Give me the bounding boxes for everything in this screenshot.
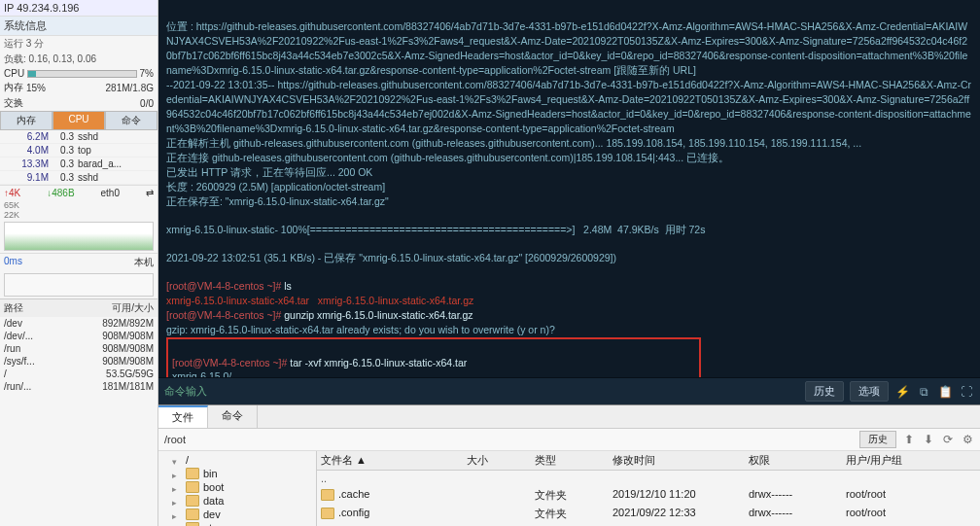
col-perm[interactable]: 权限	[745, 452, 842, 469]
proc-tabs: 内存 CPU 命令	[0, 111, 158, 130]
terminal-output[interactable]: 位置 : https://github-releases.githubuserc…	[158, 0, 980, 377]
folder-tree[interactable]: / bin boot data dev etc	[158, 451, 317, 526]
disk-row: /sys/f...908M/908M	[0, 355, 158, 368]
mem-label: 内存	[4, 81, 23, 94]
history-button[interactable]: 历史	[805, 381, 844, 402]
copy-icon[interactable]: ⧉	[916, 385, 931, 399]
list-row-up[interactable]: ..	[317, 471, 980, 486]
refresh-icon[interactable]: ⟳	[941, 433, 955, 446]
col-name[interactable]: 文件名 ▲	[317, 452, 463, 469]
mem-pct: 15%	[26, 83, 46, 93]
folder-icon	[321, 508, 334, 519]
folder-icon	[186, 508, 199, 520]
proc-row: 6.2M0.3sshd	[0, 130, 158, 144]
tree-node: bin	[158, 467, 316, 480]
upload-icon[interactable]: ⬆	[902, 433, 916, 446]
uptime-text: 运行 3 分	[0, 36, 158, 52]
disk-hdr-size: 可用/大小	[52, 301, 154, 315]
tree-node: boot	[158, 480, 316, 494]
command-input[interactable]: 命令输入	[164, 384, 799, 399]
path-history-button[interactable]: 历史	[859, 431, 896, 448]
cpu-bar	[27, 70, 136, 78]
col-user[interactable]: 用户/用户组	[842, 452, 980, 469]
disk-row: /dev892M/892M	[0, 317, 158, 330]
command-bar: 命令输入 历史 选项 ⚡ ⧉ 📋 ⛶	[158, 377, 980, 404]
tab-cpu[interactable]: CPU	[52, 111, 105, 130]
list-header[interactable]: 文件名 ▲ 大小 类型 修改时间 权限 用户/用户组	[317, 451, 980, 471]
col-type[interactable]: 类型	[531, 452, 609, 469]
traffic-sparkline	[4, 222, 154, 251]
col-time[interactable]: 修改时间	[609, 452, 745, 469]
load-text: 负载: 0.16, 0.13, 0.06	[0, 52, 158, 67]
disk-row: /dev/...908M/908M	[0, 330, 158, 342]
tab-cmd[interactable]: 命令	[105, 111, 158, 130]
tab-mem[interactable]: 内存	[0, 111, 52, 130]
folder-icon	[186, 468, 199, 479]
system-sidebar: IP 49.234.9.196 系统信息 运行 3 分 负载: 0.16, 0.…	[0, 0, 158, 526]
proc-row: 9.1M0.3sshd	[0, 171, 158, 185]
ip-address: IP 49.234.9.196	[0, 0, 158, 17]
latency-sparkline	[4, 273, 154, 297]
disk-hdr-path: 路径	[4, 301, 52, 315]
expand-icon[interactable]: ⛶	[959, 385, 974, 399]
col-size[interactable]: 大小	[463, 452, 531, 469]
paste-icon[interactable]: 📋	[937, 385, 953, 399]
net-up: ↑4K	[4, 188, 20, 198]
disk-row: /run908M/908M	[0, 342, 158, 355]
tree-node: dev	[158, 508, 316, 521]
net-latency: 0ms	[4, 256, 22, 269]
settings-icon[interactable]: ⚙	[961, 433, 974, 446]
proc-row: 13.3M0.3barad_a...	[0, 158, 158, 171]
net-host: 本机	[134, 256, 154, 269]
proc-row: 4.0M0.3top	[0, 144, 158, 158]
tree-up: /	[158, 453, 316, 467]
sysinfo-heading: 系统信息	[0, 17, 158, 36]
process-table: 6.2M0.3sshd 4.0M0.3top 13.3M0.3barad_a..…	[0, 130, 158, 185]
mem-used: 281M/1.8G	[106, 83, 154, 93]
tab-command[interactable]: 命令	[208, 405, 258, 428]
tree-node: etc	[158, 521, 316, 526]
file-pane: 文件 命令 /root 历史 ⬆ ⬇ ⟳ ⚙ / bin boot data d…	[158, 404, 980, 526]
swap-label: 交换	[4, 96, 23, 110]
disk-table: 路径可用/大小 /dev892M/892M /dev/...908M/908M …	[0, 298, 158, 393]
highlight-box: [root@VM-4-8-centos ~]# tar -xvf xmrig-6…	[166, 337, 701, 377]
cpu-pct: 7%	[140, 68, 154, 79]
download-icon[interactable]: ⬇	[922, 433, 935, 446]
tree-node: data	[158, 494, 316, 508]
net-row: ↑4K ↓486B eth0 ⇄	[0, 185, 158, 200]
disk-row: /run/...181M/181M	[0, 380, 158, 393]
file-list: 文件名 ▲ 大小 类型 修改时间 权限 用户/用户组 .. .cache文件夹2…	[317, 451, 980, 526]
path-display[interactable]: /root	[164, 434, 854, 445]
list-row[interactable]: .config文件夹2021/09/22 12:33drwx------root…	[317, 505, 980, 523]
cpu-label: CPU	[4, 68, 24, 79]
swap-used: 0/0	[140, 98, 154, 109]
main-pane: 位置 : https://github-releases.githubuserc…	[158, 0, 980, 526]
folder-icon	[186, 495, 199, 507]
folder-icon	[186, 522, 199, 526]
net-dn: ↓486B	[47, 188, 74, 198]
options-button[interactable]: 选项	[850, 381, 889, 402]
tab-file[interactable]: 文件	[158, 405, 208, 428]
bolt-icon[interactable]: ⚡	[894, 385, 910, 399]
net-if: eth0	[101, 188, 120, 198]
folder-icon	[186, 481, 199, 493]
folder-icon	[321, 489, 334, 501]
list-row[interactable]: .cache文件夹2019/12/10 11:20drwx------root/…	[317, 486, 980, 505]
disk-row: /53.5G/59G	[0, 368, 158, 380]
net-if-icon: ⇄	[146, 188, 154, 198]
